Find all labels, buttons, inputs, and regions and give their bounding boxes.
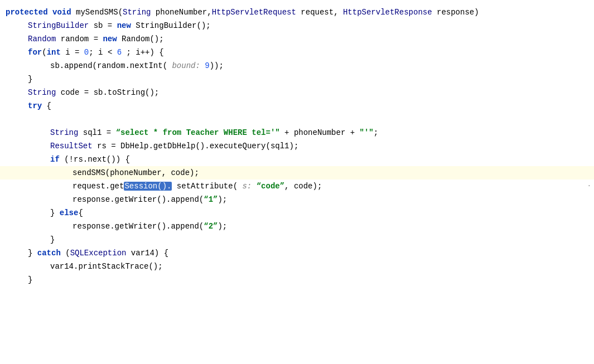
code-token: , code);	[284, 182, 322, 191]
code-token: random	[61, 35, 94, 43]
code-line: protected void mySendSMS(String phoneNum…	[0, 6, 594, 19]
code-token: setAttribute(	[172, 182, 242, 191]
code-line: response.getWriter().append(“2”);	[0, 220, 594, 233]
code-token: request.get	[73, 182, 124, 191]
code-token: );	[218, 195, 227, 204]
code-token: ));	[210, 61, 224, 70]
code-token: =	[75, 48, 84, 57]
code-token: HttpServletRequest	[212, 8, 301, 17]
code-line: String code = sb.toString();	[0, 86, 594, 99]
code-token: StringBuilder	[28, 21, 94, 30]
code-token: sb	[94, 21, 108, 30]
code-token: =	[108, 21, 117, 30]
code-token: <	[108, 48, 117, 57]
code-token: void	[52, 8, 76, 17]
code-token: catch	[37, 249, 65, 258]
code-token: =	[107, 128, 116, 137]
code-token: sb.toString();	[94, 88, 160, 97]
code-token: String	[123, 8, 156, 17]
code-token: protected	[6, 8, 52, 17]
code-token: “2”	[204, 222, 218, 231]
code-token: =	[84, 88, 94, 97]
code-token: try	[28, 101, 47, 110]
line-dot-indicator: ·	[587, 182, 591, 190]
code-token: “select * from Teacher WHERE tel='"	[116, 128, 280, 137]
code-token: new	[103, 35, 122, 43]
code-token: DbHelp.getDbHelp().executeQuery(sql1);	[120, 142, 298, 151]
code-token: response.getWriter().append(	[73, 195, 204, 204]
code-token: i	[65, 48, 75, 57]
code-line: }	[0, 233, 594, 246]
code-token: response)	[437, 8, 479, 17]
code-token: }	[50, 235, 55, 244]
code-token: phoneNumber,	[156, 8, 212, 17]
code-token: (	[65, 249, 70, 258]
code-line: try {	[0, 99, 594, 113]
code-line: ResultSet rs = DbHelp.getDbHelp().execut…	[0, 139, 594, 153]
code-token: HttpServletResponse	[343, 8, 437, 17]
selected-text: Session().	[124, 182, 172, 191]
code-token: Random	[28, 35, 61, 43]
code-line: StringBuilder sb = new StringBuilder();	[0, 19, 594, 32]
code-line: } else{	[0, 206, 594, 220]
code-token: sb.append(random.nextInt(	[50, 61, 172, 70]
code-token: 9	[205, 61, 209, 70]
code-line: String sql1 = “select * from Teacher WHE…	[0, 126, 594, 139]
code-token: for	[28, 48, 42, 57]
code-token: (!rs.next()) {	[64, 155, 130, 164]
code-token: 6	[117, 48, 122, 57]
param-hint: s:	[242, 182, 252, 191]
code-token: );	[218, 222, 227, 231]
code-token: + phoneNumber +	[280, 128, 360, 137]
code-token: }	[28, 75, 32, 84]
code-token: }	[28, 249, 37, 258]
code-token: “1”	[204, 195, 218, 204]
code-editor: protected void mySendSMS(String phoneNum…	[0, 0, 594, 364]
code-token: (	[42, 48, 46, 57]
code-token: ;	[374, 128, 378, 137]
code-line	[0, 113, 594, 126]
code-line: var14.printStackTrace();	[0, 260, 594, 273]
code-token: "'"	[360, 128, 374, 137]
code-line: sendSMS(phoneNumber, code);	[0, 166, 594, 179]
code-token: else	[60, 208, 79, 217]
code-token	[200, 61, 205, 70]
code-token: }	[28, 275, 32, 284]
code-token: {	[47, 101, 51, 110]
code-line: Random random = new Random();	[0, 32, 594, 46]
code-token: rs	[97, 142, 111, 151]
code-token: mySendSMS(	[76, 8, 123, 17]
code-token: String	[50, 128, 83, 137]
code-line: for(int i = 0; i < 6 ; i++) {	[0, 46, 594, 59]
code-line: }	[0, 72, 594, 86]
code-token: sql1	[83, 128, 107, 137]
code-token: new	[117, 21, 136, 30]
code-token: 0	[84, 48, 89, 57]
code-token: String	[28, 88, 61, 97]
code-token: {	[78, 208, 83, 217]
code-line: }	[0, 273, 594, 287]
code-token: sendSMS(phoneNumber, code);	[73, 168, 199, 177]
code-token: code	[61, 88, 84, 97]
code-line: sb.append(random.nextInt( bound: 9));	[0, 59, 594, 72]
code-token: =	[94, 35, 103, 43]
param-hint: bound:	[172, 61, 200, 70]
code-line: request.getSession(). setAttribute( s: “…	[0, 179, 594, 193]
code-token: Random();	[122, 35, 164, 43]
code-token: if	[50, 155, 64, 164]
code-token: response.getWriter().append(	[73, 222, 204, 231]
code-line: } catch (SQLException var14) {	[0, 246, 594, 260]
code-token: int	[47, 48, 66, 57]
code-token: var14.printStackTrace();	[50, 262, 163, 271]
code-token: ; i++) {	[122, 48, 164, 57]
code-token: StringBuilder();	[136, 21, 210, 30]
code-token: =	[111, 142, 120, 151]
code-token: “code”	[257, 182, 284, 191]
code-line: response.getWriter().append(“1”);	[0, 193, 594, 206]
code-token: var14) {	[131, 249, 168, 258]
code-token: request,	[301, 8, 343, 17]
code-token: ; i	[89, 48, 108, 57]
code-token: }	[50, 208, 60, 217]
code-token: SQLException	[70, 249, 131, 258]
code-line: if (!rs.next()) {	[0, 153, 594, 166]
